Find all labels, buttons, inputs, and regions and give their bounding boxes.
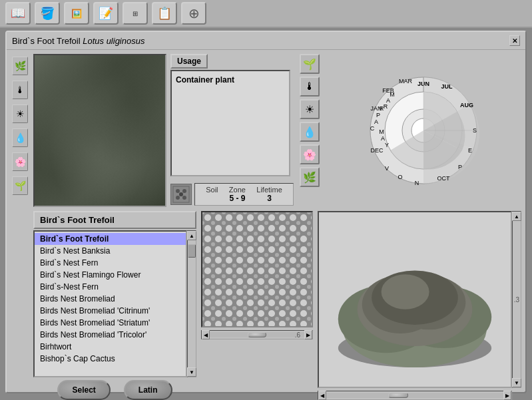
btn-map[interactable]: 📋: [152, 2, 177, 25]
main-window: Bird`s Foot Trefoil Lotus uliginosus ✕ 🌿…: [5, 31, 527, 393]
main-area: Usage Container plant: [33, 54, 521, 386]
bottom-section: Bird`s Foot Trefoil Bird`s Foot TrefoilB…: [33, 211, 521, 400]
title-bar: Bird`s Foot Trefoil Lotus uliginosus ✕: [7, 32, 525, 50]
soil-info: Soil Zone 5 - 9 Lifetime 3: [194, 183, 294, 206]
list-buttons: Select Latin: [33, 380, 196, 400]
feature-icon-sun[interactable]: ☀: [300, 99, 320, 119]
svg-text:OCT: OCT: [437, 175, 451, 182]
profile-panel: ▲ .3 ▼ ◀: [318, 211, 521, 400]
calendar-section: JUN JUL AUG S E P OCT N O V DEC C: [326, 54, 521, 207]
sidebar-icon-leaf[interactable]: 🌱: [12, 176, 28, 195]
lifetime-label: Lifetime: [256, 186, 282, 194]
profile-scrollbar-v[interactable]: ▲ .3 ▼: [512, 211, 521, 388]
profile-scrollbar-h[interactable]: ◀ ▶: [318, 391, 512, 400]
list-item[interactable]: Birds Nest Bromeliad: [35, 293, 186, 305]
latin-button[interactable]: Latin: [124, 380, 172, 400]
svg-text:DEC: DEC: [370, 147, 384, 154]
feature-icon-flower[interactable]: 🌸: [300, 144, 320, 164]
lifetime-value: 3: [256, 194, 282, 203]
svg-point-2: [182, 189, 186, 193]
svg-text:P: P: [458, 164, 462, 170]
btn-texture[interactable]: ⊞: [123, 2, 148, 25]
profile-hscroll-thumb[interactable]: [388, 393, 408, 398]
svg-text:C: C: [370, 125, 375, 132]
hscroll-left-btn[interactable]: ◀: [202, 330, 210, 339]
profile-hscroll-right[interactable]: ▶: [503, 391, 511, 400]
feature-icon-leaf[interactable]: 🌿: [300, 167, 320, 187]
hscroll-right-btn[interactable]: ▶: [304, 330, 312, 339]
soil-col: Soil: [206, 186, 218, 203]
btn-photo[interactable]: 🖼️: [64, 2, 89, 25]
list-item[interactable]: Bishop`s Cap Cactus: [35, 353, 186, 365]
plant-list: Bird`s Foot TrefoilBird`s Nest BanksiaBi…: [33, 230, 187, 377]
svg-text:O: O: [398, 174, 402, 180]
svg-point-53: [382, 274, 429, 309]
list-item[interactable]: Birds Nest Bromeliad 'Striatum': [35, 317, 186, 329]
toolbar: 📖 🪣 🖼️ 📝 ⊞ 📋 ⊕: [0, 0, 532, 28]
sidebar-icon-plant[interactable]: 🌿: [12, 57, 28, 75]
hscroll-label: .6: [295, 331, 300, 339]
btn-encyclopedia[interactable]: 📖: [5, 2, 31, 25]
profile-hscroll-left[interactable]: ◀: [318, 391, 326, 400]
profile-hscroll-track: [326, 393, 503, 398]
sidebar-icon-temp[interactable]: 🌡: [12, 81, 28, 99]
select-button[interactable]: Select: [57, 380, 110, 400]
list-item[interactable]: Bird`s-Nest Fern: [35, 281, 186, 293]
texture-scrollbar-h[interactable]: ◀ ▶ .6: [201, 330, 313, 339]
feature-icon-temp[interactable]: 🌡: [300, 77, 320, 97]
svg-text:E: E: [468, 147, 472, 154]
scroll-down-btn[interactable]: ▼: [187, 367, 196, 377]
svg-text:M: M: [379, 128, 384, 135]
list-item[interactable]: Bird`s Nest Flamingo Flower: [35, 269, 186, 281]
zone-label: Zone: [229, 186, 246, 194]
top-section: Usage Container plant: [33, 54, 521, 207]
close-button[interactable]: ✕: [509, 35, 520, 46]
usage-text: Container plant: [176, 75, 234, 85]
sidebar-icon-sun[interactable]: ☀: [12, 104, 28, 123]
scroll-up-btn[interactable]: ▲: [187, 231, 196, 240]
btn-medical[interactable]: ⊕: [181, 2, 206, 25]
scroll-thumb[interactable]: [188, 244, 196, 258]
window-content: 🌿 🌡 ☀ 💧 🌸 🌱 Usage: [7, 50, 525, 390]
calendar-wheel: JUN JUL AUG S E P OCT N O V DEC C: [367, 74, 480, 187]
svg-point-1: [176, 189, 180, 193]
svg-text:V: V: [385, 165, 389, 172]
svg-text:R: R: [384, 103, 388, 110]
profile-inner: [319, 212, 511, 387]
list-item[interactable]: Bird`s Foot Trefoil: [35, 233, 186, 245]
vscroll-down-btn[interactable]: ▼: [512, 378, 521, 387]
left-sidebar: 🌿 🌡 ☀ 💧 🌸 🌱: [11, 54, 29, 386]
sidebar-icon-water[interactable]: 💧: [12, 128, 28, 147]
svg-text:JUL: JUL: [441, 83, 453, 90]
list-item[interactable]: Bird`s Nest Fern: [35, 257, 186, 269]
list-item[interactable]: Birds Nest Bromeliad 'Citrinum': [35, 305, 186, 317]
usage-content: Container plant: [170, 70, 290, 176]
svg-text:M: M: [390, 91, 395, 98]
svg-point-5: [179, 192, 183, 196]
soil-icon: [170, 184, 192, 205]
svg-text:MAR: MAR: [399, 78, 413, 85]
lifetime-col: Lifetime 3: [256, 186, 282, 203]
btn-watering[interactable]: 🪣: [35, 2, 60, 25]
svg-text:A: A: [381, 135, 385, 142]
svg-text:N: N: [415, 180, 419, 186]
list-item[interactable]: Birhtwort: [35, 341, 186, 353]
zone-value: 5 - 9: [229, 194, 246, 203]
list-item[interactable]: Bird`s Nest Banksia: [35, 245, 186, 257]
feature-icon-water[interactable]: 💧: [300, 122, 320, 142]
list-item[interactable]: Birds Nest Bromeliad 'Tricolor': [35, 329, 186, 341]
btn-notes[interactable]: 📝: [93, 2, 119, 25]
sidebar-icon-flower[interactable]: 🌸: [12, 152, 28, 171]
usage-panel: Usage Container plant: [170, 54, 290, 176]
plant-list-panel: Bird`s Foot Trefoil Bird`s Foot TrefoilB…: [33, 211, 196, 400]
hscroll-thumb[interactable]: [248, 332, 266, 337]
plant-photo: [33, 54, 166, 207]
svg-point-4: [182, 196, 186, 200]
vscroll-up-btn[interactable]: ▲: [512, 212, 521, 221]
plant-list-scrollbar[interactable]: ▲ ▼: [187, 230, 196, 377]
texture-image: [201, 211, 313, 327]
svg-text:P: P: [376, 112, 380, 118]
svg-rect-43: [202, 212, 312, 326]
plant-list-title: Bird`s Foot Trefoil: [33, 211, 196, 229]
feature-icon-plant[interactable]: 🌱: [300, 54, 320, 74]
